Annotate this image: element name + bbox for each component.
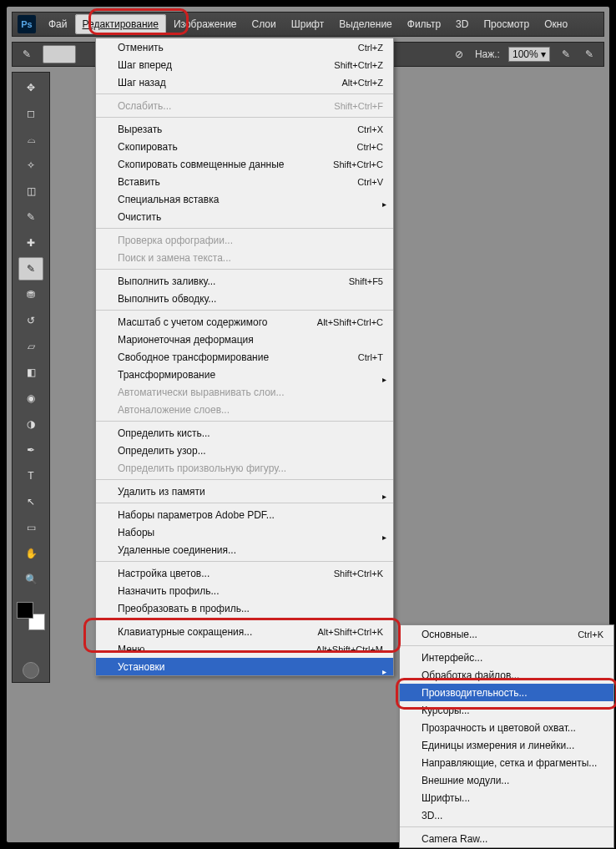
menu-entry[interactable]: Наборы <box>96 523 393 541</box>
wand-tool-icon[interactable]: ✧ <box>18 154 43 177</box>
healing-tool-icon[interactable]: ✚ <box>18 231 43 255</box>
opacity-value[interactable]: 100% ▾ <box>508 47 550 62</box>
menu-entry[interactable]: Определить узор... <box>96 442 393 459</box>
menu-entry[interactable]: Выполнить обводку... <box>96 290 393 307</box>
menu-item-9[interactable]: Окно <box>537 14 575 34</box>
blur-tool-icon[interactable]: ◉ <box>18 387 43 410</box>
dodge-tool-icon[interactable]: ◑ <box>18 412 43 436</box>
eraser-tool-icon[interactable]: ▱ <box>18 335 43 358</box>
menu-entry[interactable]: Специальная вставка <box>96 190 393 208</box>
menu-entry[interactable]: Обработка файлов... <box>400 666 613 684</box>
eyedropper-tool-icon[interactable]: ✎ <box>18 205 43 229</box>
shape-tool-icon[interactable]: ▭ <box>18 516 43 539</box>
menu-entry[interactable]: Установки <box>96 658 393 675</box>
stamp-tool-icon[interactable]: ⛃ <box>18 283 43 306</box>
menu-entry[interactable]: Удалить из памяти <box>96 483 393 500</box>
menu-entry: Определить произвольную фигуру... <box>96 459 393 477</box>
fg-color[interactable] <box>17 602 33 619</box>
menu-item-1[interactable]: Редактирование <box>75 14 166 34</box>
menu-entry[interactable]: Направляющие, сетка и фрагменты... <box>400 754 613 771</box>
menu-entry[interactable]: Определить кисть... <box>96 424 393 442</box>
menu-entry[interactable]: Интерфейс... <box>400 649 613 666</box>
menu-entry[interactable]: Свободное трансформированиеCtrl+T <box>96 348 393 366</box>
menu-entry[interactable]: Удаленные соединения... <box>96 541 393 558</box>
preferences-submenu: Основные...Ctrl+KИнтерфейс...Обработка ф… <box>399 624 614 848</box>
menu-item-4[interactable]: Шрифт <box>284 14 331 34</box>
menu-entry[interactable]: Прозрачность и цветовой охват... <box>400 719 613 736</box>
hand-tool-icon[interactable]: ✋ <box>18 542 43 565</box>
menu-entry[interactable]: Трансформирование <box>96 366 393 383</box>
color-swatches[interactable] <box>17 602 45 630</box>
menu-entry[interactable]: Единицы измерения и линейки... <box>400 736 613 754</box>
menu-entry: Поиск и замена текста... <box>96 249 393 266</box>
marquee-tool-icon[interactable]: ◻ <box>18 102 43 125</box>
menu-item-3[interactable]: Слои <box>245 14 284 34</box>
menu-entry[interactable]: Меню...Alt+Shift+Ctrl+M <box>96 640 393 658</box>
menu-entry[interactable]: Преобразовать в профиль... <box>96 599 393 617</box>
edit-menu: ОтменитьCtrl+ZШаг впередShift+Ctrl+ZШаг … <box>95 38 394 676</box>
move-tool-icon[interactable]: ✥ <box>18 76 43 99</box>
menu-entry[interactable]: ВырезатьCtrl+X <box>96 120 393 138</box>
history-brush-tool-icon[interactable]: ↺ <box>18 309 43 332</box>
menu-entry[interactable]: Основные...Ctrl+K <box>400 625 613 643</box>
menu-item-5[interactable]: Выделение <box>331 14 400 34</box>
menu-item-2[interactable]: Изображение <box>166 14 245 34</box>
menu-entry[interactable]: Camera Raw... <box>400 830 613 847</box>
menu-entry[interactable]: Производительность... <box>400 684 613 701</box>
path-select-tool-icon[interactable]: ↖ <box>18 490 43 513</box>
menu-entry[interactable]: ВставитьCtrl+V <box>96 173 393 190</box>
menu-entry: Ослабить...Shift+Ctrl+F <box>96 97 393 114</box>
gradient-tool-icon[interactable]: ◧ <box>18 361 43 384</box>
menubar: ФайРедактированиеИзображениеСлоиШрифтВыд… <box>41 14 575 34</box>
menu-entry[interactable]: Наборы параметров Adobe PDF... <box>96 506 393 523</box>
type-tool-icon[interactable]: T <box>18 464 43 488</box>
tool-preset-icon[interactable]: ✎ <box>19 47 34 62</box>
pen-tool-icon[interactable]: ✒ <box>18 438 43 462</box>
menu-entry[interactable]: Назначить профиль... <box>96 582 393 599</box>
menu-entry[interactable]: Выполнить заливку...Shift+F5 <box>96 272 393 290</box>
menu-entry[interactable]: Внешние модули... <box>400 771 613 789</box>
menu-entry[interactable]: Марионеточная деформация <box>96 331 393 348</box>
menu-item-8[interactable]: Просмотр <box>476 14 537 34</box>
menu-entry[interactable]: Масштаб с учетом содержимогоAlt+Shift+Ct… <box>96 313 393 331</box>
zoom-tool-icon[interactable]: 🔍 <box>18 568 43 591</box>
app-logo: Ps <box>18 15 36 33</box>
menu-entry[interactable]: 3D... <box>400 806 613 824</box>
brush-preview[interactable] <box>43 45 76 63</box>
menu-entry[interactable]: Курсоры... <box>400 701 613 719</box>
toolbox: ✥ ◻ ⌓ ✧ ◫ ✎ ✚ ✎ ⛃ ↺ ▱ ◧ ◉ ◑ ✒ T ↖ ▭ ✋ 🔍 <box>12 72 50 683</box>
menu-entry[interactable]: ОтменитьCtrl+Z <box>96 38 393 56</box>
opacity-label: Наж.: <box>475 48 500 60</box>
menu-entry: Проверка орфографии... <box>96 231 393 249</box>
menu-entry[interactable]: Скопировать совмещенные данныеShift+Ctrl… <box>96 155 393 173</box>
menu-entry[interactable]: Шаг впередShift+Ctrl+Z <box>96 56 393 73</box>
menu-entry[interactable]: Настройка цветов...Shift+Ctrl+K <box>96 564 393 582</box>
menu-entry[interactable]: Шрифты... <box>400 789 613 806</box>
menu-item-0[interactable]: Фай <box>41 14 75 34</box>
lasso-tool-icon[interactable]: ⌓ <box>18 128 43 151</box>
symmetry-icon[interactable]: ✎ <box>582 47 597 62</box>
airbrush-icon[interactable]: ⊘ <box>452 47 467 62</box>
menu-entry[interactable]: Очистить <box>96 208 393 225</box>
topbar: Ps ФайРедактированиеИзображениеСлоиШрифт… <box>12 12 604 37</box>
menu-entry[interactable]: Клавиатурные сокращения...Alt+Shift+Ctrl… <box>96 623 393 640</box>
menu-entry[interactable]: Шаг назадAlt+Ctrl+Z <box>96 73 393 91</box>
menu-entry[interactable]: СкопироватьCtrl+C <box>96 138 393 155</box>
quickmask-icon[interactable] <box>23 662 39 679</box>
menu-entry: Автоналожение слоев... <box>96 401 393 418</box>
brush-tool-icon[interactable]: ✎ <box>18 257 43 280</box>
menu-item-6[interactable]: Фильтр <box>400 14 448 34</box>
menu-item-7[interactable]: 3D <box>448 14 476 34</box>
menu-entry: Автоматически выравнивать слои... <box>96 383 393 401</box>
crop-tool-icon[interactable]: ◫ <box>18 179 43 203</box>
default-colors-icon[interactable] <box>25 639 37 651</box>
workspace: Ps ФайРедактированиеИзображениеСлоиШрифт… <box>7 7 609 842</box>
tablet-pressure-icon[interactable]: ✎ <box>558 47 573 62</box>
